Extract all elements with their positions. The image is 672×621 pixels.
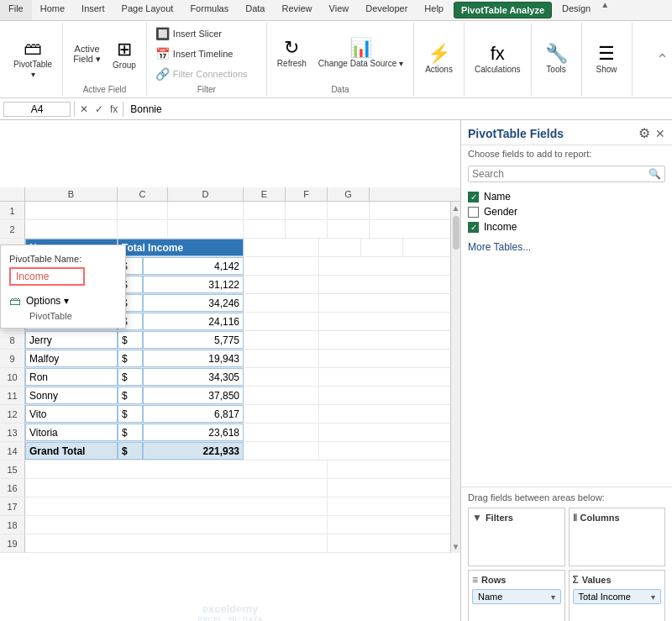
- tab-design[interactable]: Design: [554, 0, 599, 20]
- cell-d7-val[interactable]: 24,116: [143, 313, 244, 330]
- cell-e12[interactable]: [244, 405, 319, 423]
- cell-row19[interactable]: [25, 534, 328, 552]
- field-item-gender[interactable]: Gender: [468, 204, 665, 219]
- cell-c11-dollar[interactable]: $: [118, 387, 143, 404]
- cell-e8[interactable]: [244, 331, 319, 349]
- cell-f1[interactable]: [286, 202, 328, 219]
- cell-e14[interactable]: [244, 442, 319, 460]
- cell-d10-val[interactable]: 34,305: [143, 368, 244, 386]
- tools-btn[interactable]: 🔧 Tools: [538, 41, 575, 78]
- actions-btn[interactable]: ⚡ Actions: [420, 41, 458, 78]
- cell-e6[interactable]: [244, 294, 319, 312]
- cell-d3[interactable]: [244, 239, 319, 256]
- columns-content[interactable]: [573, 525, 662, 562]
- cell-c2[interactable]: [118, 220, 168, 238]
- cell-b13-vitoria[interactable]: Vitoria: [25, 424, 118, 441]
- cell-c1[interactable]: [118, 202, 168, 219]
- refresh-btn[interactable]: ↻ Refresh: [272, 35, 312, 72]
- row-19[interactable]: 19: [0, 534, 25, 553]
- col-header-g[interactable]: G: [328, 187, 370, 201]
- cell-b1[interactable]: [25, 202, 118, 219]
- rows-field-arrow[interactable]: ▾: [551, 592, 555, 602]
- cell-e10[interactable]: [244, 368, 319, 386]
- insert-slicer-btn[interactable]: 🔲 Insert Slicer: [152, 24, 261, 43]
- cell-row16[interactable]: [25, 479, 328, 497]
- fields-search-input[interactable]: [472, 168, 648, 180]
- row-16[interactable]: 16: [0, 479, 25, 497]
- options-dropdown-item[interactable]: 🗃 Options ▾: [1, 291, 125, 311]
- cell-e3[interactable]: [319, 239, 361, 256]
- formula-input[interactable]: [127, 103, 669, 116]
- panel-close-btn[interactable]: ✕: [655, 127, 665, 140]
- scroll-thumb[interactable]: [453, 216, 459, 250]
- row-11[interactable]: 11: [0, 387, 25, 405]
- tab-file[interactable]: File: [0, 0, 32, 20]
- tab-home[interactable]: Home: [32, 0, 73, 20]
- cell-c12-dollar[interactable]: $: [118, 405, 143, 423]
- cell-d5-val[interactable]: 31,122: [143, 276, 244, 293]
- field-checkbox-name[interactable]: ✓: [468, 192, 479, 203]
- tab-page-layout[interactable]: Page Layout: [113, 0, 182, 20]
- cell-f3[interactable]: [361, 239, 403, 256]
- tab-pivottable-analyze[interactable]: PivotTable Analyze: [454, 2, 552, 18]
- cell-d8-val[interactable]: 5,775: [143, 331, 244, 349]
- active-field-btn[interactable]: ActiveField ▾: [68, 41, 106, 67]
- cell-c14-dollar[interactable]: $: [118, 442, 143, 460]
- cell-b2[interactable]: [25, 220, 118, 238]
- pivottable-btn[interactable]: 🗃 PivotTable▾: [8, 36, 57, 83]
- cell-row18[interactable]: [25, 516, 328, 534]
- values-field-income[interactable]: Total Income ▾: [573, 589, 662, 604]
- cell-d11-val[interactable]: 37,850: [143, 387, 244, 404]
- cell-b11-sonny[interactable]: Sonny: [25, 387, 118, 404]
- panel-settings-icon[interactable]: ⚙: [638, 125, 650, 141]
- row-1[interactable]: 1: [0, 202, 25, 220]
- tab-formulas[interactable]: Formulas: [181, 0, 237, 20]
- cell-e13[interactable]: [244, 424, 319, 441]
- cell-d13-val[interactable]: 23,618: [143, 424, 244, 441]
- cell-d4-val[interactable]: 4,142: [143, 257, 244, 275]
- insert-timeline-btn[interactable]: 📅 Insert Timeline: [152, 45, 261, 63]
- cell-e11[interactable]: [244, 387, 319, 404]
- col-header-b[interactable]: B: [25, 187, 118, 201]
- tab-view[interactable]: View: [321, 0, 358, 20]
- row-13[interactable]: 13: [0, 424, 25, 442]
- cell-c8-dollar[interactable]: $: [118, 331, 143, 349]
- scroll-up-btn[interactable]: ▲: [452, 203, 460, 213]
- ribbon-expand-btn[interactable]: ▲: [599, 0, 611, 9]
- group-btn[interactable]: ⊞ Group: [108, 36, 141, 72]
- field-checkbox-gender[interactable]: [468, 207, 479, 218]
- field-item-name[interactable]: ✓ Name: [468, 189, 665, 204]
- row-15[interactable]: 15: [0, 460, 25, 479]
- change-data-source-btn[interactable]: 📊 Change Data Source ▾: [313, 35, 408, 72]
- pivottable-name-input[interactable]: [9, 267, 85, 286]
- tab-developer[interactable]: Developer: [357, 0, 416, 20]
- col-header-d[interactable]: D: [168, 187, 244, 201]
- cell-b10-ron[interactable]: Ron: [25, 368, 118, 386]
- filter-connections-btn[interactable]: 🔗 Filter Connections: [152, 65, 261, 83]
- vertical-scrollbar[interactable]: ▲ ▼: [450, 202, 460, 553]
- row-12[interactable]: 12: [0, 405, 25, 424]
- formula-insert-fn-icon[interactable]: fx: [108, 103, 119, 115]
- cell-d1[interactable]: [168, 202, 244, 219]
- col-header-f[interactable]: F: [286, 187, 328, 201]
- row-18[interactable]: 18: [0, 516, 25, 534]
- cell-g2[interactable]: [328, 220, 370, 238]
- cell-c10-dollar[interactable]: $: [118, 368, 143, 386]
- cell-e9[interactable]: [244, 350, 319, 367]
- cell-c9-dollar[interactable]: $: [118, 350, 143, 367]
- col-header-e[interactable]: E: [244, 187, 286, 201]
- filters-content[interactable]: [472, 525, 561, 562]
- cell-c13-dollar[interactable]: $: [118, 424, 143, 441]
- cell-d12-val[interactable]: 6,817: [143, 405, 244, 423]
- row-10[interactable]: 10: [0, 368, 25, 387]
- cell-row15[interactable]: [25, 460, 328, 478]
- pivot-header-income[interactable]: Total Income: [118, 239, 244, 256]
- cell-d9-val[interactable]: 19,943: [143, 350, 244, 367]
- cell-b14-grand-total[interactable]: Grand Total: [25, 442, 118, 460]
- cell-e2[interactable]: [244, 220, 286, 238]
- name-box[interactable]: [3, 102, 71, 117]
- cell-e1[interactable]: [244, 202, 286, 219]
- formula-confirm-icon[interactable]: ✓: [93, 103, 105, 115]
- row-9[interactable]: 9: [0, 350, 25, 368]
- cell-e4[interactable]: [244, 257, 319, 275]
